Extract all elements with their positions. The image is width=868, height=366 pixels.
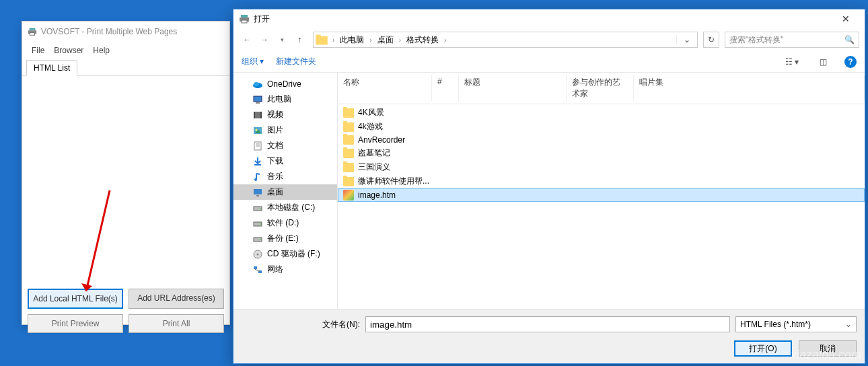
add-url-button[interactable]: Add URL Address(es) [129, 289, 224, 309]
recent-dropdown[interactable]: ▾ [274, 32, 290, 48]
tree-item[interactable]: 文档 [233, 138, 337, 153]
html-list-pane [22, 76, 229, 285]
svg-rect-26 [256, 195, 259, 196]
tree-item[interactable]: 视频 [233, 107, 337, 122]
tree-item-label: 下载 [267, 155, 283, 167]
preview-pane-button[interactable]: ◫ [813, 55, 832, 69]
tree-item[interactable]: 图片 [233, 122, 337, 138]
svg-rect-12 [254, 96, 262, 102]
svg-point-24 [254, 178, 257, 181]
refresh-button[interactable]: ↻ [703, 32, 719, 48]
file-row[interactable]: 微讲师软件使用帮... [338, 174, 865, 188]
main-window-title: VOVSOFT - Print Multiple Web Pages [41, 27, 177, 36]
tree-item[interactable]: 软件 (D:) [233, 215, 337, 231]
col-artist[interactable]: 参与创作的艺术家 [567, 75, 634, 101]
breadcrumb-desktop[interactable]: 桌面 [375, 34, 396, 46]
file-row[interactable]: 4k游戏 [338, 120, 865, 134]
folder-icon [315, 33, 328, 46]
help-button[interactable]: ? [844, 56, 857, 68]
col-name[interactable]: 名称 [338, 75, 432, 101]
file-name: 三国演义 [358, 161, 390, 173]
svg-point-28 [260, 208, 261, 209]
organize-menu[interactable]: 组织 ▾ [242, 56, 264, 67]
breadcrumb-dropdown[interactable]: ⌄ [676, 35, 697, 44]
file-name: 4k游戏 [358, 121, 383, 133]
file-name: image.htm [358, 190, 396, 200]
tree-item[interactable]: 备份 (E:) [233, 231, 337, 246]
cancel-button[interactable]: 取消 [799, 340, 857, 357]
printer-icon [28, 27, 37, 36]
up-button[interactable]: ↑ [291, 32, 308, 48]
open-button[interactable]: 打开(O) [734, 340, 792, 357]
toolbar: 组织 ▾ 新建文件夹 ☷ ▾ ◫ ? [233, 51, 865, 73]
back-button[interactable]: ← [239, 32, 255, 48]
main-menu: File Browser Help [22, 42, 229, 59]
dialog-footer: 文件名(N): HTML Files (*.htm*) ⌄ 打开(O) 取消 [233, 309, 865, 363]
tree-item-label: 桌面 [267, 186, 283, 198]
svg-rect-2 [30, 33, 35, 36]
svg-point-11 [254, 82, 259, 86]
svg-point-18 [256, 129, 258, 131]
file-row[interactable]: image.htm [338, 188, 865, 202]
svg-rect-35 [254, 266, 257, 269]
svg-rect-0 [30, 28, 36, 31]
menu-help[interactable]: Help [89, 44, 114, 57]
tree-item[interactable]: 此电脑 [233, 92, 337, 107]
print-preview-button[interactable]: Print Preview [28, 314, 123, 333]
file-row[interactable]: 三国演义 [338, 160, 865, 174]
breadcrumb-pc[interactable]: 此电脑 [337, 34, 367, 46]
file-name: 微讲师软件使用帮... [358, 176, 429, 187]
folder-icon [343, 177, 354, 186]
tree-item[interactable]: 音乐 [233, 169, 337, 184]
net-icon [252, 264, 263, 275]
main-window: VOVSOFT - Print Multiple Web Pages File … [22, 21, 230, 325]
onedrive-icon [252, 79, 263, 89]
tree-item[interactable]: 本地磁盘 (C:) [233, 200, 337, 215]
folder-icon [343, 149, 354, 158]
nav-tree: OneDrive此电脑视频图片文档下载音乐桌面本地磁盘 (C:)软件 (D:)备… [233, 73, 338, 309]
svg-point-32 [260, 239, 261, 240]
chevron-right-icon: › [441, 36, 449, 44]
file-name: 4K风景 [358, 107, 384, 118]
menu-file[interactable]: File [28, 44, 48, 57]
tree-item[interactable]: 桌面 [233, 184, 337, 200]
svg-rect-36 [258, 270, 262, 273]
svg-point-34 [257, 253, 259, 255]
file-row[interactable]: 4K风景 [338, 106, 865, 120]
view-options-button[interactable]: ☷ ▾ [783, 55, 801, 69]
file-row[interactable]: AnvRecorder [338, 134, 865, 146]
dl-icon [252, 156, 263, 167]
tree-item[interactable]: 下载 [233, 153, 337, 169]
breadcrumb[interactable]: › 此电脑 › 桌面 › 格式转换 › ⌄ [313, 32, 698, 48]
video-icon [252, 110, 263, 120]
close-button[interactable]: ✕ [832, 13, 859, 24]
tree-item[interactable]: CD 驱动器 (F:) [233, 246, 337, 262]
tree-item[interactable]: OneDrive [233, 77, 337, 92]
svg-rect-15 [254, 112, 255, 118]
col-album[interactable]: 唱片集 [634, 75, 865, 101]
new-folder-button[interactable]: 新建文件夹 [276, 56, 316, 67]
filetype-select[interactable]: HTML Files (*.htm*) ⌄ [735, 316, 857, 332]
folder-icon [343, 122, 354, 132]
col-number[interactable]: # [432, 75, 459, 101]
print-all-button[interactable]: Print All [129, 314, 224, 333]
col-title[interactable]: 标题 [459, 75, 567, 101]
doc-icon [252, 141, 263, 151]
forward-button[interactable]: → [256, 32, 273, 48]
chevron-right-icon: › [396, 36, 404, 44]
search-input[interactable]: 搜索"格式转换" 🔍 [725, 32, 859, 48]
tree-item-label: OneDrive [267, 79, 301, 89]
filename-input[interactable] [365, 316, 730, 332]
tree-item[interactable]: 网络 [233, 262, 337, 277]
pc-icon [252, 94, 263, 105]
disk-icon [252, 203, 263, 213]
menu-browser[interactable]: Browser [50, 44, 87, 57]
svg-point-30 [260, 223, 261, 225]
tab-html-list[interactable]: HTML List [26, 60, 77, 76]
nav-bar: ← → ▾ ↑ › 此电脑 › 桌面 › 格式转换 › ⌄ ↻ 搜索"格式转换"… [233, 28, 865, 51]
file-row[interactable]: 盗墓笔记 [338, 146, 865, 160]
svg-line-3 [86, 190, 110, 291]
file-name: 盗墓笔记 [358, 147, 390, 159]
button-row: Add Local HTML File(s) Add URL Address(e… [22, 285, 229, 337]
breadcrumb-folder[interactable]: 格式转换 [404, 34, 441, 46]
